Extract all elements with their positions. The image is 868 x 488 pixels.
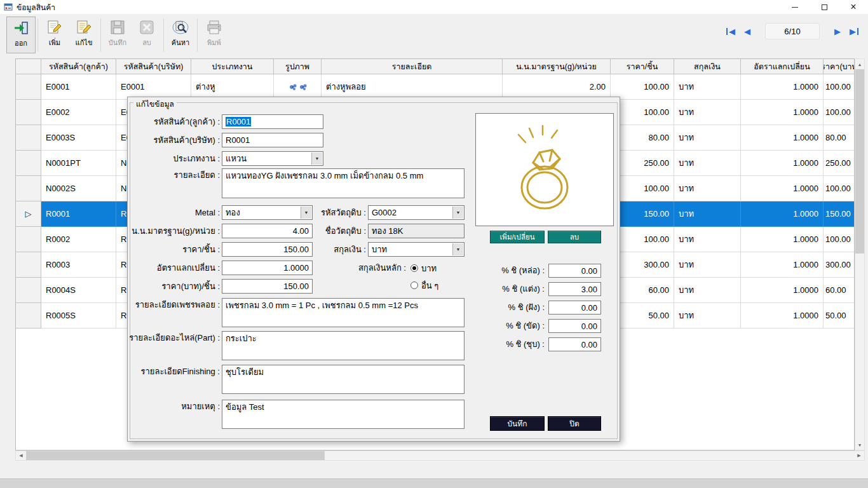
toolbar-button-add[interactable]: เพิ่ม (40, 17, 69, 53)
scroll-up-button[interactable]: ▲ (855, 59, 864, 69)
column-header[interactable]: ราคา/ชิ้น (611, 59, 674, 74)
cell-currency[interactable]: บาท (674, 176, 741, 201)
customer-code-input[interactable]: R0001 (222, 114, 323, 129)
currency-combobox[interactable]: บาท ▼ (368, 242, 465, 257)
row-selector[interactable] (16, 278, 41, 303)
cell-weight[interactable]: 2.00 (503, 74, 611, 100)
cell-exchange-rate[interactable]: 1.0000 (741, 74, 824, 100)
cell-price[interactable]: 100.00 (611, 227, 674, 252)
column-header[interactable]: น.น.มาตรฐาน(g)/หน่วย (503, 59, 611, 74)
row-selector[interactable] (16, 303, 41, 329)
row-selector[interactable] (16, 100, 41, 125)
vertical-scroll-thumb[interactable] (855, 69, 864, 254)
cell-work-type[interactable]: ต่างหู (191, 74, 274, 100)
vertical-scrollbar[interactable]: ▲ ▼ (855, 58, 865, 451)
exchange-rate-input[interactable]: 1.0000 (222, 261, 313, 275)
row-selector[interactable] (16, 151, 41, 176)
cell-customer-code[interactable]: R0005S (41, 303, 116, 329)
cell-customer-code[interactable]: E0002 (41, 100, 116, 125)
metal-combobox[interactable]: ทอง ▼ (222, 205, 313, 220)
next-record-button[interactable]: ▶ (830, 25, 845, 37)
chevron-down-icon[interactable]: ▼ (452, 207, 463, 219)
cell-price[interactable]: 100.00 (611, 176, 674, 201)
cell-price[interactable]: 300.00 (611, 252, 674, 278)
image-delete-button[interactable]: ลบ (548, 231, 601, 243)
cell-customer-code[interactable]: R0002 (41, 227, 116, 252)
scroll-left-button[interactable]: ◀ (16, 451, 26, 460)
remark-textarea[interactable]: ข้อมูล Test (222, 400, 465, 429)
cell-price[interactable]: 100.00 (611, 74, 674, 100)
cell-currency[interactable]: บาท (674, 227, 741, 252)
column-header[interactable]: ราคา(บาท (824, 59, 855, 74)
horizontal-scroll-thumb[interactable] (26, 451, 325, 460)
percent-field-input[interactable]: 0.00 (548, 319, 601, 333)
column-header[interactable]: รายละเอียด (322, 59, 503, 74)
row-selector[interactable] (16, 176, 41, 201)
cell-image[interactable] (274, 74, 322, 100)
cell-price[interactable]: 250.00 (611, 151, 674, 176)
column-header[interactable]: รหัสสินค้า(บริษัท) (116, 59, 191, 74)
percent-field-input[interactable]: 0.00 (548, 264, 601, 278)
cell-price-baht[interactable]: 250.00 (824, 151, 855, 176)
current-row-marker[interactable]: ▷ (16, 201, 41, 227)
std-weight-input[interactable]: 4.00 (222, 224, 313, 238)
cell-exchange-rate[interactable]: 1.0000 (741, 125, 824, 151)
last-record-button[interactable]: ▶ (845, 25, 863, 37)
table-row[interactable]: E0001E0001ต่างหูต่างหูพลอย2.00100.00บาท1… (16, 74, 854, 100)
cell-exchange-rate[interactable]: 1.0000 (741, 151, 824, 176)
toolbar-button-search[interactable]: ค้นหา (166, 17, 195, 53)
cell-exchange-rate[interactable]: 1.0000 (741, 303, 824, 329)
cell-currency[interactable]: บาท (674, 151, 741, 176)
cell-currency[interactable]: บาท (674, 74, 741, 100)
dialog-close-button[interactable]: ปิด (548, 416, 601, 431)
cell-currency[interactable]: บาท (674, 303, 741, 329)
row-selector[interactable] (16, 74, 41, 100)
cell-price[interactable]: 100.00 (611, 100, 674, 125)
horizontal-scrollbar[interactable]: ◀ ▶ (15, 451, 865, 461)
percent-field-input[interactable]: 0.00 (548, 337, 601, 351)
cell-price-baht[interactable]: 50.00 (824, 303, 855, 329)
cell-exchange-rate[interactable]: 1.0000 (741, 278, 824, 303)
cell-company-code[interactable]: E0001 (116, 74, 191, 100)
price-per-piece-input[interactable]: 150.00 (222, 242, 313, 257)
cell-customer-code[interactable]: R0003 (41, 252, 116, 278)
cell-price-baht[interactable]: 150.00 (824, 201, 855, 227)
cell-customer-code[interactable]: R0004S (41, 278, 116, 303)
cell-price-baht[interactable]: 100.00 (824, 227, 855, 252)
toolbar-button-edit[interactable]: แก้ไข (69, 17, 98, 53)
cell-customer-code[interactable]: N0001PT (41, 151, 116, 176)
vertical-scroll-track[interactable] (855, 254, 864, 440)
cell-price-baht[interactable]: 100.00 (824, 176, 855, 201)
cell-price-baht[interactable]: 100.00 (824, 100, 855, 125)
cell-description[interactable]: ต่างหูพลอย (322, 74, 503, 100)
cell-customer-code[interactable]: R0001 (41, 201, 116, 227)
prev-record-button[interactable]: ◀ (740, 25, 755, 37)
column-header[interactable]: ประเภทงาน (191, 59, 274, 74)
cell-price[interactable]: 80.00 (611, 125, 674, 151)
cell-price-baht[interactable]: 80.00 (824, 125, 855, 151)
cell-currency[interactable]: บาท (674, 201, 741, 227)
percent-field-input[interactable]: 0.00 (548, 301, 601, 315)
column-header[interactable]: อัตราแลกเปลี่ยน (741, 59, 824, 74)
row-selector-header[interactable] (16, 59, 41, 74)
cell-exchange-rate[interactable]: 1.0000 (741, 100, 824, 125)
cell-customer-code[interactable]: N0002S (41, 176, 116, 201)
close-button[interactable]: × (839, 0, 868, 14)
row-selector[interactable] (16, 227, 41, 252)
scroll-down-button[interactable]: ▼ (855, 440, 864, 450)
cell-exchange-rate[interactable]: 1.0000 (741, 201, 824, 227)
price-baht-input[interactable]: 150.00 (222, 279, 313, 294)
part-detail-textarea[interactable]: กระเปาะ (222, 331, 465, 360)
dialog-save-button[interactable]: บันทึก (490, 416, 545, 431)
cell-currency[interactable]: บาท (674, 100, 741, 125)
cell-price-baht[interactable]: 100.00 (824, 74, 855, 100)
maximize-button[interactable] (810, 0, 839, 14)
cell-price[interactable]: 150.00 (611, 201, 674, 227)
cell-currency[interactable]: บาท (674, 278, 741, 303)
main-currency-baht-radio[interactable]: บาท (410, 263, 437, 273)
row-selector[interactable] (16, 252, 41, 278)
cell-price[interactable]: 50.00 (611, 303, 674, 329)
cell-price-baht[interactable]: 300.00 (824, 252, 855, 278)
row-selector[interactable] (16, 125, 41, 151)
chevron-down-icon[interactable]: ▼ (311, 152, 322, 165)
